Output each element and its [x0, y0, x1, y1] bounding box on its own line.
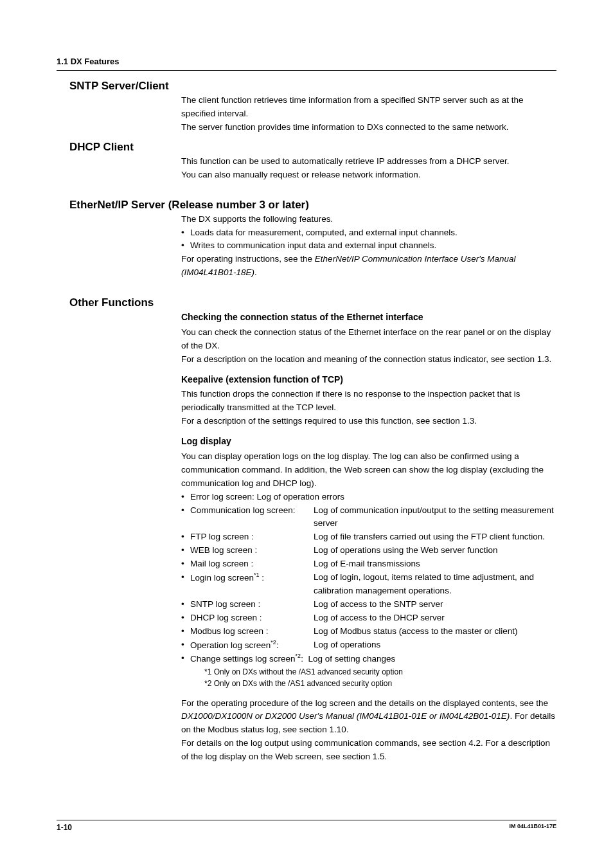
log-item-desc: Log of login, logout, items related to t… [314, 571, 556, 598]
log-item: • SNTP log screen : Log of access to the… [181, 598, 556, 611]
log-item-label-text: Change settings log screen [190, 654, 296, 664]
log-item-desc: Log of access to the SNTP server [314, 598, 556, 611]
log-item-label: Mail log screen : [190, 557, 314, 571]
keep-heading: Keepalive (extension function of TCP) [181, 373, 556, 387]
log-item: • Modbus log screen : Log of Modbus stat… [181, 625, 556, 638]
bullet-icon: • [181, 638, 190, 652]
dhcp-title: DHCP Client [69, 141, 556, 154]
bullet-icon: • [181, 504, 190, 518]
log-item-desc: Log of access to the DHCP server [314, 611, 556, 625]
ethernet-b1-text: Loads data for measurement, computed, an… [190, 226, 458, 240]
log-item-sup: *2 [296, 653, 301, 659]
ethernet-content: The DX supports the following features. … [181, 213, 556, 280]
log-p2-pre: For the operating procedure of the log s… [181, 698, 548, 708]
log-item-label: Communication log screen: [190, 504, 314, 518]
log-item-sup: *1 [254, 572, 260, 578]
log-item-label: Operation log screen*2: [190, 638, 314, 652]
bullet-icon: • [181, 652, 190, 665]
keep-p1: This function drops the connection if th… [181, 388, 556, 415]
bullet-icon: • [181, 557, 190, 571]
log-item-desc-inline: Log of setting changes [308, 654, 395, 664]
log-item: • Operation log screen*2: Log of operati… [181, 638, 556, 652]
log-item-label: WEB log screen : [190, 544, 314, 557]
log-item: • Login log screen*1 : Log of login, log… [181, 571, 556, 598]
other-content: Checking the connection status of the Et… [181, 311, 556, 764]
ethernet-bullet-2: • Writes to communication input data and… [181, 239, 556, 253]
other-title: Other Functions [69, 296, 556, 309]
log-item-desc: Log of operations using the Web server f… [314, 544, 556, 557]
footer-rule [57, 820, 556, 820]
ethernet-note: For operating instructions, see the Ethe… [181, 253, 556, 280]
log-p1: You can display operation logs on the lo… [181, 450, 556, 491]
log-item: • WEB log screen : Log of operations usi… [181, 544, 556, 557]
conn-p1: You can check the connection status of t… [181, 326, 556, 353]
log-item-label: FTP log screen : [190, 530, 314, 544]
log-item-desc: Log of communication input/output to the… [314, 504, 556, 531]
log-p2: For the operating procedure of the log s… [181, 697, 556, 737]
log-item-desc: Log of file transfers carried out using … [314, 530, 556, 544]
bullet-icon: • [181, 491, 190, 504]
sntp-content: The client function retrieves time infor… [181, 94, 556, 134]
footnote-2: *2 Only on DXs with the /AS1 advanced se… [204, 678, 556, 689]
log-item-label: SNTP log screen : [190, 598, 314, 611]
ethernet-intro: The DX supports the following features. [181, 213, 556, 226]
log-list: • Error log screen: Log of operation err… [181, 491, 556, 666]
log-heading: Log display [181, 435, 556, 449]
log-item-label-after: : [301, 654, 303, 664]
ethernet-note-pre: For operating instructions, see the [181, 254, 315, 264]
ethernet-title: EtherNet/IP Server (Release number 3 or … [69, 199, 556, 212]
log-item-desc: Log of E-mail transmissions [314, 557, 556, 571]
log-item: • DHCP log screen : Log of access to the… [181, 611, 556, 625]
ethernet-note-post: . [254, 267, 257, 277]
conn-heading: Checking the connection status of the Et… [181, 311, 556, 325]
bullet-icon: • [181, 598, 190, 611]
log-item-label-text: Login log screen [190, 573, 254, 583]
dhcp-p2: You can also manually request or release… [181, 168, 556, 182]
log-item-label: Change settings log screen*2: Log of set… [190, 652, 395, 665]
log-item: • FTP log screen : Log of file transfers… [181, 530, 556, 544]
log-item: • Communication log screen: Log of commu… [181, 504, 556, 531]
bullet-icon: • [181, 226, 190, 240]
log-item-desc: Log of Modbus status (access to the mast… [314, 625, 556, 638]
log-p2-em: DX1000/DX1000N or DX2000 User's Manual (… [181, 711, 510, 721]
keep-p2: For a description of the settings requir… [181, 415, 556, 428]
log-item: • Error log screen: Log of operation err… [181, 491, 556, 504]
sntp-p1: The client function retrieves time infor… [181, 94, 556, 121]
log-item-label: Login log screen*1 : [190, 571, 314, 584]
section-label: 1.1 DX Features [57, 57, 556, 66]
bullet-icon: • [181, 544, 190, 557]
log-item-desc: Log of operations [314, 638, 556, 652]
footnote-1: *1 Only on DXs without the /AS1 advanced… [204, 666, 556, 678]
conn-p2: For a description on the location and me… [181, 353, 556, 366]
log-item-label: DHCP log screen : [190, 611, 314, 625]
bullet-icon: • [181, 611, 190, 625]
dhcp-p1: This function can be used to automatical… [181, 155, 556, 168]
log-item: • Change settings log screen*2: Log of s… [181, 652, 556, 665]
ethernet-b2-text: Writes to communication input data and e… [190, 239, 436, 253]
page-number: 1-10 [57, 823, 72, 832]
dhcp-content: This function can be used to automatical… [181, 155, 556, 182]
log-item-label: Modbus log screen : [190, 625, 314, 638]
header-rule [57, 70, 556, 71]
bullet-icon: • [181, 239, 190, 253]
bullet-icon: • [181, 530, 190, 544]
bullet-icon: • [181, 571, 190, 584]
ethernet-bullet-1: • Loads data for measurement, computed, … [181, 226, 556, 240]
log-item-label-after: : [276, 640, 279, 649]
log-item-label: Error log screen: Log of operation error… [190, 491, 344, 504]
sntp-p2: The server function provides time inform… [181, 121, 556, 134]
log-item-sup: *2 [271, 639, 276, 646]
sntp-title: SNTP Server/Client [69, 80, 556, 93]
log-item: • Mail log screen : Log of E-mail transm… [181, 557, 556, 571]
log-item-label-after: : [260, 573, 265, 583]
log-item-label-text: Operation log screen [190, 640, 271, 649]
log-p3: For details on the log output using comm… [181, 737, 556, 764]
page-footer: 1-10 IM 04L41B01-17E [57, 820, 556, 832]
doc-id: IM 04L41B01-17E [509, 823, 556, 832]
bullet-icon: • [181, 625, 190, 638]
